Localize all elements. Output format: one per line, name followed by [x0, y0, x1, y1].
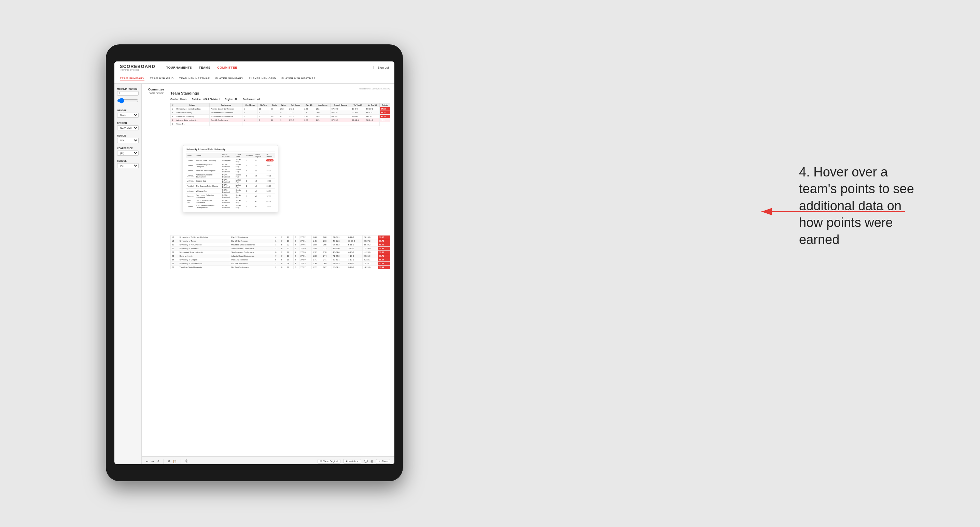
vs50-1: 50-10-0 [365, 107, 379, 111]
gender-select[interactable]: Men's Women's [117, 113, 138, 118]
minimum-rounds-label: Minimum Rounds [117, 88, 138, 90]
avgsg-2: 2.82 [303, 111, 315, 115]
tooltip-row: Univers. Williams Cup NCAA Division I St… [186, 189, 275, 194]
grid-icon[interactable]: ⊞ [371, 460, 373, 463]
tab-player-h2h-heatmap[interactable]: PLAYER H2H HEATMAP [282, 76, 315, 81]
filter-gender: Gender: Men's [170, 98, 186, 100]
adj-3: 272.6 [288, 115, 303, 118]
view-original-button[interactable]: 👁 View: Original [318, 459, 340, 464]
minimum-rounds-input[interactable] [117, 91, 138, 95]
tooltip-row: Univers. Arizona State University Colleg… [186, 158, 275, 163]
low-2: 260 [315, 111, 330, 115]
division-select[interactable]: NCAA Division I NCAA Division II NCAA Di… [117, 125, 138, 130]
toolbar-sep-2 [181, 459, 181, 464]
col-school: School [175, 103, 210, 107]
vs50-4: 58-24-1 [365, 118, 379, 122]
comment-icon[interactable]: 💬 [364, 460, 368, 463]
vs25-1: 13-9-0 [351, 107, 365, 111]
vs50-3: 46-5-0 [365, 115, 379, 118]
table-row[interactable]: 3 Vanderbilt University Southeastern Con… [171, 115, 390, 118]
col-overall: Overall Record [330, 103, 351, 107]
table-row[interactable]: 18 University of California, Berkeley Pa… [171, 235, 390, 239]
tooltip-table: Team Event Event Division Event Type Rou… [186, 153, 275, 209]
conf-5 [210, 122, 242, 126]
sign-out-button[interactable]: Sign out [373, 66, 389, 69]
table-row[interactable]: 21 University of Alabama Southeastern Co… [171, 247, 390, 251]
points-26[interactable]: 88.94 [378, 265, 390, 269]
region-select[interactable]: N/A All [117, 138, 138, 143]
table-row[interactable]: 1 University of North Carolina Atlantic … [171, 107, 390, 111]
filter-gender-value: Men's [180, 98, 186, 100]
adj-2: 272.3 [288, 111, 303, 115]
table-row[interactable]: 22 Mississippi State University Southeas… [171, 251, 390, 254]
points-19[interactable]: 88.70 [378, 239, 390, 243]
reset-icon[interactable]: ↺ [157, 460, 159, 463]
avgsg-4: 2.50 [303, 118, 315, 122]
tab-team-h2h-grid[interactable]: TEAM H2H GRID [150, 76, 174, 81]
confrank-1: 1 [242, 107, 258, 111]
points-1[interactable]: 97.02 [380, 107, 390, 111]
table-row[interactable]: 19 University of Texas Big 12 Conference… [171, 239, 390, 243]
paste-icon[interactable]: 📋 [173, 460, 177, 463]
school-2: Auburn University [175, 111, 210, 115]
tab-team-summary[interactable]: TEAM SUMMARY [120, 76, 145, 81]
points-18[interactable]: 88.07 [378, 235, 390, 239]
notour-1: 10 [258, 107, 270, 111]
sidebar-gender: Gender Men's Women's [117, 109, 138, 118]
vs25-2: 29-4-0 [351, 111, 365, 115]
col-conference: Conference [210, 103, 242, 107]
table-row[interactable]: 25 University of North Florida ASUN Conf… [171, 262, 390, 265]
table-row[interactable]: 24 University of Oregon Pac-12 Conferenc… [171, 258, 390, 262]
points-24[interactable]: 88.54 [378, 258, 390, 262]
conference-select[interactable]: (All) [117, 151, 138, 156]
division-label: Division [117, 122, 138, 124]
table-row[interactable]: 5 Texas T... [171, 122, 390, 126]
sidebar-region: Region N/A All [117, 135, 138, 143]
school-4: Arizona State University [175, 118, 210, 122]
logo-sub: Powered by clippd [120, 68, 155, 71]
share-button[interactable]: ↗ Share [376, 459, 390, 464]
points-2[interactable]: 93.31 [380, 111, 390, 115]
school-1: University of North Carolina [175, 107, 210, 111]
info-icon[interactable]: ⓘ [185, 459, 188, 464]
annotation-text: 4. Hover over a team's points to see add… [799, 164, 918, 248]
school-label: School [117, 160, 138, 162]
tab-player-h2h-grid[interactable]: PLAYER H2H GRID [249, 76, 276, 81]
avgsg-1: 2.86 [303, 107, 315, 111]
nav-committee[interactable]: COMMITTEE [217, 65, 237, 70]
watch-button[interactable]: 👁 Watch ▼ [343, 459, 362, 464]
undo-icon[interactable]: ↩ [146, 460, 148, 463]
points-23[interactable]: 88.71 [378, 254, 390, 258]
table-row[interactable]: 26 The Ohio State University Big Ten Con… [171, 265, 390, 269]
wins-3: 4 [279, 115, 288, 118]
conf-2: Southeastern Conference [210, 111, 242, 115]
points-3[interactable]: 90.20 [380, 115, 390, 118]
redo-icon[interactable]: ↪ [151, 460, 154, 463]
vs25-4: 33-19-1 [351, 118, 365, 122]
school-select[interactable]: (All) [117, 163, 138, 168]
table-row[interactable]: 20 University of New Mexico Mountain Wes… [171, 243, 390, 247]
table-row[interactable]: 23 Duke University Atlantic Coast Confer… [171, 254, 390, 258]
tab-team-h2h-heatmap[interactable]: TEAM H2H HEATMAP [179, 76, 210, 81]
col-wins: Wins [279, 103, 288, 107]
filter-division-label: Division: [192, 98, 201, 100]
points-4[interactable]: 79.5 [380, 118, 390, 122]
copy-icon[interactable]: ⧉ [168, 459, 170, 463]
nav-tournaments[interactable]: TOURNAMENTS [166, 65, 192, 70]
filter-conference: Conference: All [243, 98, 260, 100]
main-content: Minimum Rounds Gender Men's Women's Divi… [115, 84, 395, 464]
points-22[interactable]: 88.81 [378, 251, 390, 254]
table-row[interactable]: 2 Auburn University Southeastern Confere… [171, 111, 390, 115]
low-3: 269 [315, 115, 330, 118]
school-3: Vanderbilt University [175, 115, 210, 118]
tab-player-summary[interactable]: PLAYER SUMMARY [215, 76, 243, 81]
rnds-1: 31 [270, 107, 279, 111]
points-21[interactable]: 88.48 [378, 247, 390, 251]
points-20[interactable]: 88.49 [378, 243, 390, 247]
table-row-highlighted[interactable]: 4 Arizona State University Pac-12 Confer… [171, 118, 390, 122]
points-25[interactable]: 83.89 [378, 262, 390, 265]
minimum-rounds-slider[interactable] [117, 97, 138, 105]
nav-teams[interactable]: TEAMS [199, 65, 210, 70]
rank-5: 5 [171, 122, 175, 126]
gender-label: Gender [117, 109, 138, 112]
